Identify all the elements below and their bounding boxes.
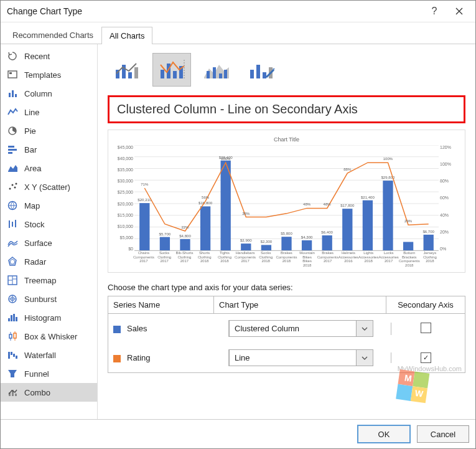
tab-all-charts[interactable]: All Charts: [101, 27, 152, 44]
sidebar-item-box[interactable]: Box & Whisker: [1, 327, 97, 346]
chart-type-heading-highlight: Clustered Column - Line on Secondary Axi…: [108, 95, 465, 123]
sidebar-item-surface[interactable]: Surface: [1, 234, 97, 252]
series-caption: Choose the chart type and axis for your …: [108, 283, 465, 292]
chart-title: Chart Title: [112, 136, 461, 143]
svg-rect-50: [161, 70, 164, 78]
sidebar-item-label: Radar: [24, 257, 46, 267]
chart-type-value: Clustered Column: [230, 321, 356, 336]
series-name: Rating: [127, 353, 151, 362]
svg-rect-87: [403, 242, 413, 250]
y-axis-right: 120%100%80%60%40%20%0%: [439, 145, 461, 251]
sidebar-item-funnel[interactable]: Funnel: [1, 364, 97, 383]
close-button[interactable]: [447, 1, 472, 22]
svg-point-12: [14, 187, 16, 189]
stock-icon: [7, 219, 18, 230]
bar-icon: [7, 144, 18, 155]
svg-text:88%: 88%: [343, 168, 352, 171]
sidebar-item-histogram[interactable]: Histogram: [1, 308, 97, 327]
x-axis: ChainsComponents2017SocksClothing2017Bib…: [133, 251, 440, 267]
subtype-stacked-area-column[interactable]: [197, 53, 236, 87]
svg-text:48%: 48%: [324, 202, 332, 206]
svg-rect-32: [9, 334, 12, 338]
chart-type-value: Line: [230, 350, 356, 366]
svg-rect-76: [180, 239, 190, 250]
svg-rect-41: [16, 356, 17, 359]
subtype-clustered-column-line-secondary[interactable]: [152, 53, 191, 87]
svg-rect-57: [213, 67, 216, 78]
templates-icon: [7, 69, 18, 80]
svg-rect-58: [219, 73, 222, 78]
chart-preview[interactable]: Chart Title $45,000$40,000$35,000$30,000…: [108, 130, 465, 273]
sidebar-item-waterfall[interactable]: Waterfall: [1, 346, 97, 364]
sidebar-item-label: Column: [24, 89, 52, 98]
sidebar-item-treemap[interactable]: Treemap: [1, 271, 97, 290]
sidebar-item-column[interactable]: Column: [1, 84, 97, 103]
sidebar-item-map[interactable]: Map: [1, 196, 97, 215]
sidebar-item-bar[interactable]: Bar: [1, 140, 97, 159]
svg-rect-29: [11, 315, 12, 321]
sidebar-item-templates[interactable]: Templates: [1, 65, 97, 84]
series-header-type: Chart Type: [213, 296, 386, 313]
combo-icon-2: [158, 59, 185, 81]
sidebar-item-recent[interactable]: Recent: [1, 47, 97, 65]
svg-text:29%: 29%: [404, 219, 413, 223]
subtype-clustered-column-line[interactable]: [108, 53, 146, 87]
sidebar-item-area[interactable]: Area: [1, 159, 97, 177]
sidebar-item-label: Sunburst: [24, 295, 57, 304]
svg-rect-35: [14, 333, 16, 338]
sidebar-item-pie[interactable]: Pie: [1, 121, 97, 140]
svg-text:48%: 48%: [303, 202, 311, 206]
svg-text:$17,800: $17,800: [340, 204, 355, 207]
sidebar-item-line[interactable]: Line: [1, 103, 97, 121]
svg-rect-75: [160, 237, 170, 250]
chart-type-select[interactable]: Clustered Column: [229, 320, 373, 337]
secondary-axis-checkbox[interactable]: [421, 323, 431, 333]
svg-rect-61: [256, 65, 260, 78]
secondary-axis-checkbox[interactable]: ✓: [421, 352, 431, 363]
subtype-custom-combo[interactable]: [242, 53, 281, 87]
svg-rect-2: [9, 93, 11, 97]
svg-marker-42: [8, 370, 17, 377]
sidebar-item-xy[interactable]: X Y (Scatter): [1, 177, 97, 196]
sidebar-item-label: Recent: [24, 52, 50, 61]
sidebar-item-sunburst[interactable]: Sunburst: [1, 290, 97, 308]
svg-point-10: [9, 188, 11, 190]
svg-rect-38: [8, 352, 10, 359]
svg-text:100%: 100%: [383, 157, 393, 161]
series-row-rating: RatingLine✓: [108, 343, 465, 372]
svg-text:$2,300: $2,300: [261, 240, 273, 243]
svg-rect-83: [322, 235, 332, 250]
y-axis-left: $45,000$40,000$35,000$30,000$25,000$20,0…: [112, 145, 134, 251]
svg-rect-84: [342, 209, 352, 250]
chart-type-heading: Clustered Column - Line on Secondary Axi…: [117, 102, 456, 116]
combo-icon-1: [113, 59, 141, 81]
help-button[interactable]: ?: [422, 1, 447, 22]
svg-rect-8: [8, 152, 12, 154]
sidebar-item-radar[interactable]: Radar: [1, 252, 97, 271]
sidebar-item-combo[interactable]: Combo: [1, 383, 97, 402]
svg-rect-0: [8, 71, 17, 78]
sidebar: RecentTemplatesColumnLinePieBarAreaX Y (…: [1, 44, 98, 419]
combo-icon-3: [203, 59, 230, 81]
svg-text:$6,400: $6,400: [321, 230, 333, 234]
tab-recommended[interactable]: Recommended Charts: [4, 26, 101, 44]
sidebar-item-label: Box & Whisker: [24, 332, 77, 341]
svg-rect-45: [15, 394, 17, 396]
sidebar-item-label: Combo: [24, 388, 50, 397]
svg-rect-7: [8, 149, 17, 151]
sidebar-item-label: Area: [24, 164, 41, 173]
main-panel: Clustered Column - Line on Secondary Axi…: [98, 44, 475, 419]
sidebar-item-stock[interactable]: Stock: [1, 215, 97, 234]
cancel-button[interactable]: Cancel: [417, 425, 469, 443]
svg-rect-1: [9, 72, 12, 74]
chevron-down-icon: [356, 350, 373, 366]
svg-rect-56: [207, 71, 210, 78]
svg-text:38%: 38%: [242, 212, 250, 215]
svg-rect-4: [15, 94, 17, 97]
series-table: Series Name Chart Type Secondary Axis Sa…: [108, 296, 465, 373]
series-swatch: [113, 355, 121, 362]
ok-button[interactable]: OK: [357, 425, 411, 443]
sunburst-icon: [7, 293, 18, 305]
svg-rect-88: [424, 235, 434, 250]
chart-type-select[interactable]: Line: [229, 349, 373, 366]
